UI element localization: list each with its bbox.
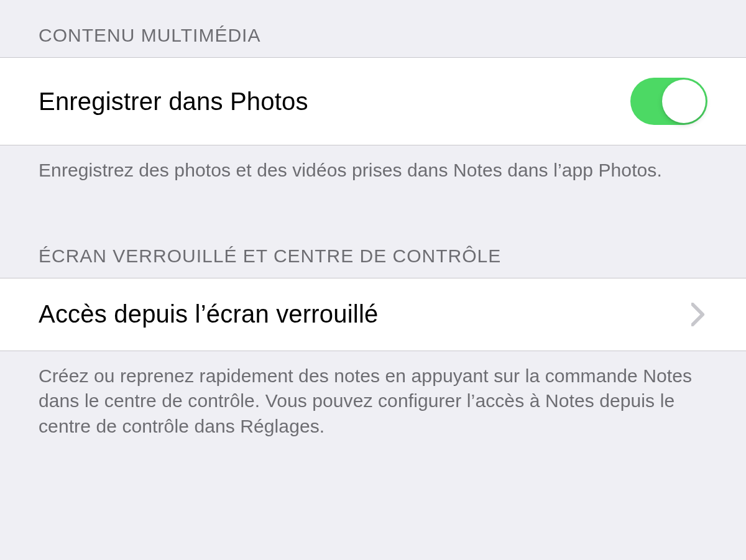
section-header-lockscreen: ÉCRAN VERROUILLÉ ET CENTRE DE CONTRÔLE	[0, 221, 746, 278]
section-gap	[0, 183, 746, 221]
row-label-save-to-photos: Enregistrer dans Photos	[39, 88, 308, 116]
section-footer-media: Enregistrez des photos et des vidéos pri…	[0, 145, 746, 183]
chevron-right-icon	[691, 303, 705, 326]
section-footer-lockscreen: Créez ou reprenez rapidement des notes e…	[0, 351, 746, 439]
save-to-photos-toggle[interactable]	[630, 78, 707, 125]
row-save-to-photos[interactable]: Enregistrer dans Photos	[0, 57, 746, 145]
settings-list: CONTENU MULTIMÉDIA Enregistrer dans Phot…	[0, 0, 746, 439]
row-access-from-lockscreen[interactable]: Accès depuis l’écran verrouillé	[0, 278, 746, 351]
section-header-media: CONTENU MULTIMÉDIA	[0, 0, 746, 57]
row-label-access-from-lockscreen: Accès depuis l’écran verrouillé	[39, 300, 378, 328]
toggle-knob	[662, 80, 706, 123]
